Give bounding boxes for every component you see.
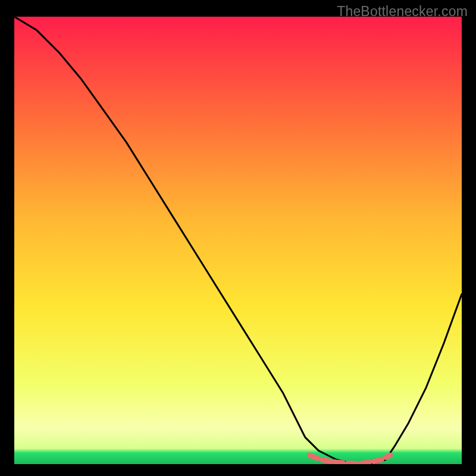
chart-frame: TheBottleneсker.com <box>0 0 476 476</box>
plot-area <box>14 17 462 464</box>
gradient-background <box>14 17 462 464</box>
bottleneck-chart <box>14 17 462 464</box>
